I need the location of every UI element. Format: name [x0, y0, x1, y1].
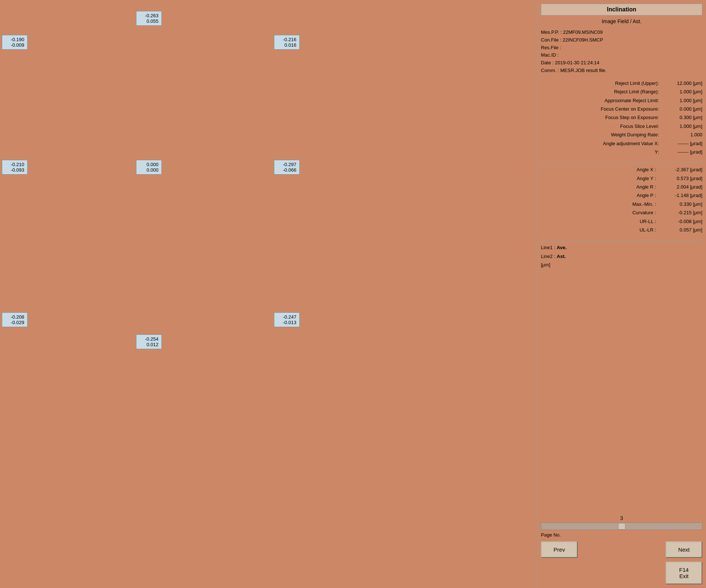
- param-label: Approximate Reject Limit:: [541, 96, 662, 105]
- param-row: Weight Dumping Rate:1.000: [541, 130, 702, 139]
- cell-mid-center: 0.0000.000: [136, 160, 162, 175]
- param-label: Focus Step on Exposure:: [541, 113, 662, 122]
- legend-line2-prefix: Line2 :: [541, 252, 555, 261]
- cell-top-right: -0.2160.016: [274, 35, 300, 50]
- param-row: Focus Step on Exposure:0.300 [μm]: [541, 113, 702, 122]
- cell-top-center: -0.2630.055: [136, 11, 162, 26]
- param-value: 1.000 [μm]: [662, 87, 702, 96]
- angle-row: Angle R :2.004 [μrad]: [541, 183, 702, 191]
- page-slider[interactable]: [541, 523, 702, 530]
- panel-title: Inclination: [541, 4, 702, 15]
- angle-value: -1.148 [μrad]: [662, 191, 702, 200]
- cell-mid-left: -0.210-0.093: [2, 160, 28, 175]
- angle-label: UL-LR :: [623, 226, 656, 234]
- legend-line1-value: Ave.: [557, 243, 567, 252]
- param-row: Reject Limit (Upper):12.000 [μm]: [541, 79, 702, 87]
- date: Date : 2019-01-30 21:24:14: [541, 59, 702, 67]
- param-label: Y:: [541, 148, 662, 156]
- legend-block: Line1 : Ave. Line2 : Ast. [μm]: [541, 243, 702, 269]
- page-number: 3: [541, 515, 702, 521]
- param-value: 0.000 [μm]: [662, 105, 702, 113]
- param-row: Approximate Reject Limit:1.000 [μm]: [541, 96, 702, 105]
- cell-top-left: -0.190-0.009: [2, 35, 28, 50]
- angle-value: -2.367 [μrad]: [662, 165, 702, 174]
- con-file: Con.File : 22INCF09H.SMCP: [541, 36, 702, 44]
- next-button[interactable]: Next: [666, 541, 702, 558]
- nav-button-row: Prev Next: [541, 541, 702, 558]
- param-value: ------- [μrad]: [662, 139, 702, 148]
- angle-label: UR-LL :: [623, 217, 656, 226]
- angle-row: Angle P :-1.148 [μrad]: [541, 191, 702, 200]
- legend-line2-value: Ast.: [557, 252, 566, 261]
- param-row: Focus Center on Exposure:0.000 [μm]: [541, 105, 702, 113]
- param-row: Focus Slice Level:1.000 [μm]: [541, 122, 702, 130]
- angle-row: Angle X :-2.367 [μrad]: [541, 165, 702, 174]
- divider-1: [541, 163, 702, 163]
- param-label: Focus Slice Level:: [541, 122, 662, 130]
- angle-row: Max.-Min. :0.330 [μm]: [541, 200, 702, 208]
- mac-id: Mac.ID :: [541, 51, 702, 59]
- param-value: 1.000 [μm]: [662, 122, 702, 130]
- params-table: Reject Limit (Upper):12.000 [μm]Reject L…: [541, 79, 702, 157]
- param-value: 1.000 [μm]: [662, 96, 702, 105]
- page-section: 3 Page No. Prev Next F14 Exit: [541, 515, 702, 584]
- param-row: Y:------- [μrad]: [541, 148, 702, 156]
- angle-value: 2.004 [μrad]: [662, 183, 702, 191]
- angle-row: UR-LL :-0.008 [μm]: [541, 217, 702, 226]
- measurement-area: -0.190-0.009-0.2630.055-0.2160.016-0.210…: [0, 0, 537, 588]
- info-block: Mes.P.P. : 22MF09.MSINC09 Con.File : 22I…: [541, 29, 702, 75]
- param-label: Weight Dumping Rate:: [541, 130, 662, 139]
- cell-bot-left: -0.208-0.029: [2, 312, 28, 327]
- exit-line1: F14: [679, 567, 689, 573]
- angle-label: Angle R :: [623, 183, 656, 191]
- param-value: 12.000 [μm]: [662, 79, 702, 87]
- angle-value: -0.008 [μm]: [662, 217, 702, 226]
- legend-unit: [μm]: [541, 261, 702, 269]
- legend-line2: Line2 : Ast.: [541, 252, 702, 261]
- comm: Comm. : MESR.JOB result file.: [541, 67, 702, 75]
- param-label: Reject Limit (Range):: [541, 87, 662, 96]
- param-value: ------- [μrad]: [662, 148, 702, 156]
- angle-row: Angle Y :0.573 [μrad]: [541, 174, 702, 183]
- legend-line1: Line1 : Ave.: [541, 243, 702, 252]
- cell-bot-center: -0.2540.012: [136, 334, 162, 349]
- angle-label: Max.-Min. :: [623, 200, 656, 208]
- cell-mid-right: -0.297-0.066: [274, 160, 300, 175]
- angle-row: UL-LR :0.057 [μm]: [541, 226, 702, 234]
- exit-line2: Exit: [679, 573, 688, 579]
- param-label: Reject Limit (Upper):: [541, 79, 662, 87]
- right-panel: Inclination Image Field / Ast. Mes.P.P. …: [537, 0, 706, 588]
- mes-pp: Mes.P.P. : 22MF09.MSINC09: [541, 29, 702, 36]
- res-file: Res.File :: [541, 44, 702, 52]
- angle-value: 0.573 [μrad]: [662, 174, 702, 183]
- angle-label: Angle Y :: [623, 174, 656, 183]
- param-row: Reject Limit (Range):1.000 [μm]: [541, 87, 702, 96]
- angle-value: 0.057 [μm]: [662, 226, 702, 234]
- prev-button[interactable]: Prev: [541, 541, 578, 558]
- param-value: 0.300 [μm]: [662, 113, 702, 122]
- angle-value: -0.215 [μm]: [662, 208, 702, 217]
- angle-label: Angle X :: [623, 165, 656, 174]
- cell-bot-right: -0.247-0.013: [274, 312, 300, 327]
- angle-value: 0.330 [μm]: [662, 200, 702, 208]
- bottom-buttons: F14 Exit: [541, 562, 702, 584]
- param-row: Angle adjustment Value X:------- [μrad]: [541, 139, 702, 148]
- param-label: Angle adjustment Value X:: [541, 139, 662, 148]
- angle-label: Curvature :: [623, 208, 656, 217]
- param-value: 1.000: [662, 130, 702, 139]
- slider-thumb: [618, 523, 625, 530]
- legend-line1-prefix: Line1 :: [541, 243, 555, 252]
- page-label: Page No.: [541, 532, 702, 538]
- panel-subtitle: Image Field / Ast.: [541, 18, 702, 24]
- param-label: Focus Center on Exposure:: [541, 105, 662, 113]
- exit-button[interactable]: F14 Exit: [666, 562, 702, 584]
- angles-block: Angle X :-2.367 [μrad]Angle Y :0.573 [μr…: [541, 165, 702, 234]
- angle-row: Curvature :-0.215 [μm]: [541, 208, 702, 217]
- angle-label: Angle P :: [623, 191, 656, 200]
- divider-2: [541, 241, 702, 241]
